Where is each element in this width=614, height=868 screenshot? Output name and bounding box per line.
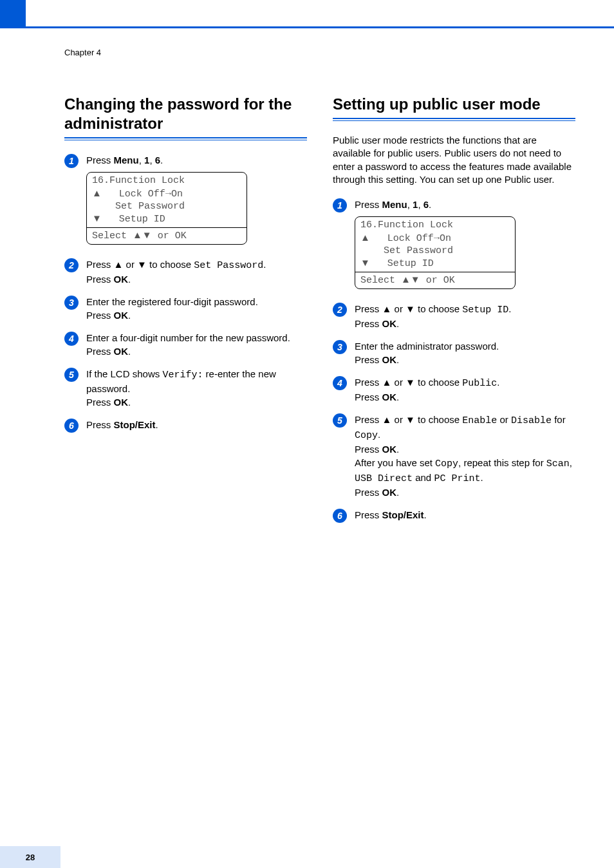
lcd-option: Set Password [194,260,263,271]
text: Press [355,199,382,210]
step-1-body: Press Menu, 1, 6. 16.Function Lock ▲ Loc… [86,153,307,249]
text: Press [86,346,114,357]
up-triangle-icon: ▲ [114,259,124,270]
lcd-line-4: ▼ Setup ID [360,257,510,270]
text: . [429,199,431,210]
lcd-option: Copy [435,458,458,469]
text: Press [355,392,382,402]
text: or [391,377,405,388]
text: . [424,509,427,520]
step-4-body: Press ▲ or ▼ to choose Public. Press OK. [355,375,575,404]
step-badge-4: 4 [333,376,347,390]
text: After you have set [355,457,435,468]
lcd-display: 16.Function Lock ▲ Lock Off→On Set Passw… [86,172,247,245]
step-3: 3 Enter the administrator password. Pres… [333,339,575,366]
step-5-body: If the LCD shows Verify: re-enter the ne… [86,367,307,409]
lcd-option: Disable [511,415,552,426]
up-triangle-icon: ▲ [382,377,392,388]
text: Press [355,354,382,365]
step-1: 1 Press Menu, 1, 6. 16.Function Lock ▲ L… [333,198,575,293]
page-number: 28 [26,853,35,862]
text: . [396,392,399,402]
ok-key: OK [382,318,397,329]
text: Select [360,275,401,286]
svg-text:1: 1 [69,156,74,166]
lcd-footer: Select ▲▼ or OK [360,274,510,288]
text: , repeat this step for [458,457,546,468]
text: . [378,429,380,440]
lcd-line-3: Set Password [360,245,510,258]
lcd-display: 16.Function Lock ▲ Lock Off→On Set Passw… [355,216,516,289]
left-column: Changing the password for the administra… [64,95,307,532]
step-badge-4: 4 [64,332,79,346]
down-triangle-icon: ▼ [405,303,415,314]
text: . [396,354,399,365]
updown-triangle-icon: ▲▼ [401,274,420,285]
text: . [396,318,399,329]
svg-text:3: 3 [69,297,74,308]
right-column: Setting up public user mode Public user … [333,95,575,532]
step-6-body: Press Stop/Exit. [86,418,307,431]
lcd-option: Scan [546,458,570,469]
stop-exit-key: Stop/Exit [114,419,156,430]
text: or OK [152,231,187,241]
step-6: 6 Press Stop/Exit. [333,508,575,523]
text: Press [86,259,114,270]
text: or [497,414,511,425]
svg-text:2: 2 [68,260,74,270]
text: Lock Off→On [102,189,183,200]
key-6: 6 [155,155,160,165]
text: to choose [147,259,194,270]
text: , [418,199,423,210]
ok-key: OK [114,310,129,321]
step-badge-2: 2 [333,303,347,317]
text: Setup ID [370,258,434,269]
svg-text:4: 4 [337,378,342,388]
intro-paragraph: Public user mode restricts the functions… [333,134,575,186]
step-badge-2: 2 [64,258,79,272]
step-badge-3: 3 [64,296,79,310]
text: to choose [415,303,462,314]
text: , [139,155,144,165]
menu-key: Menu [382,199,407,210]
lcd-divider [355,272,515,272]
text: Enter the administrator password. [355,341,499,352]
text: . [396,444,399,455]
svg-text:4: 4 [68,334,74,344]
text: Press [355,414,382,425]
lcd-line-4: ▼ Setup ID [92,212,241,226]
up-triangle-icon: ▲ [360,232,370,243]
step-3: 3 Enter the registered four-digit passwo… [64,295,307,322]
lcd-line-2: ▲ Lock Off→On [360,232,510,245]
svg-text:2: 2 [337,305,342,315]
step-5: 5 Press ▲ or ▼ to choose Enable or Disab… [333,413,575,499]
text: Press [355,377,382,388]
page-content: Chapter 4 Changing the password for the … [26,28,614,868]
text: Press [355,318,382,329]
menu-key: Menu [114,155,139,165]
lcd-divider [87,227,247,228]
step-4-body: Enter a four-digit number for the new pa… [86,331,307,358]
step-1: 1 Press Menu, 1, 6. 16.Function Lock ▲ L… [64,153,307,249]
down-triangle-icon: ▼ [405,414,415,425]
step-4: 4 Enter a four-digit number for the new … [64,331,307,358]
ok-key: OK [382,444,397,455]
svg-text:5: 5 [69,370,74,380]
step-4: 4 Press ▲ or ▼ to choose Public. Press O… [333,375,575,404]
text: , [149,155,154,165]
lcd-line-1: 16.Function Lock [92,175,241,187]
two-column-layout: Changing the password for the administra… [64,95,575,532]
text: . [128,274,131,285]
text: or [123,259,137,270]
step-badge-6: 6 [333,509,347,523]
section-title-left: Changing the password for the administra… [64,95,307,133]
text: Enter the registered four-digit password… [86,296,258,307]
step-6: 6 Press Stop/Exit. [64,418,307,433]
text: Setup ID [102,214,165,225]
key-6: 6 [423,199,429,210]
ok-key: OK [114,274,129,285]
svg-text:1: 1 [337,200,342,211]
svg-text:6: 6 [69,420,74,431]
lcd-text: Verify: [162,370,203,381]
up-triangle-icon: ▲ [92,187,102,198]
